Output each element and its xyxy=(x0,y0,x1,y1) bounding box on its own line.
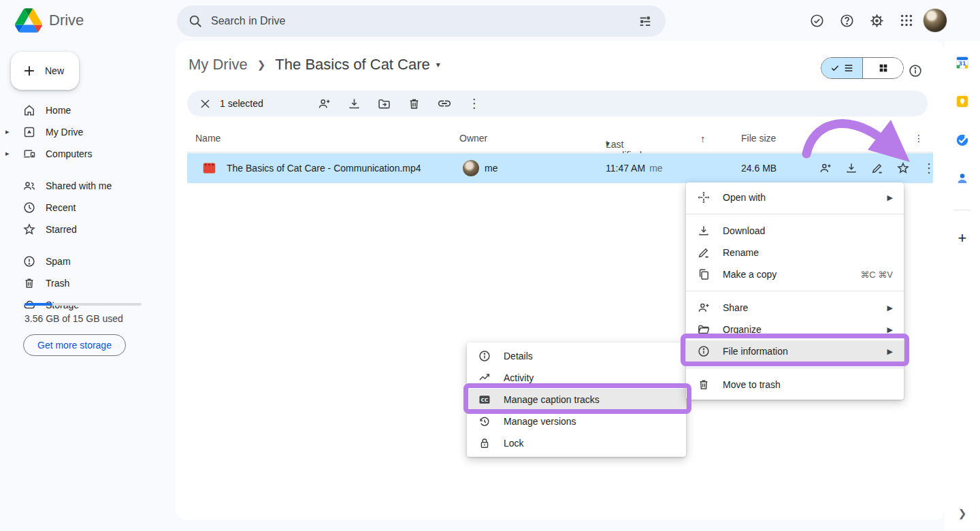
toolbar-more-options-icon[interactable]: ⋮ xyxy=(462,91,487,116)
column-header-owner[interactable]: Owner xyxy=(459,133,487,144)
details-info-icon xyxy=(478,349,491,363)
file-row-selected[interactable]: The Basics of Cat Care - Communication.m… xyxy=(187,153,933,183)
sidebar-item-my-drive[interactable]: ▸ My Drive xyxy=(0,121,176,143)
submenu-arrow-icon: ▶ xyxy=(887,325,893,334)
sidebar-item-spam[interactable]: Spam xyxy=(0,251,176,272)
shortcut-label: ⌘C ⌘V xyxy=(860,270,893,280)
row-star-icon[interactable] xyxy=(891,156,915,180)
move-to-folder-icon[interactable] xyxy=(372,91,397,116)
file-information-submenu: Details Activity CC Manage caption track… xyxy=(467,342,686,457)
menu-item-open-with[interactable]: Open with ▶ xyxy=(686,187,904,208)
download-icon[interactable] xyxy=(342,91,367,116)
file-owner-cell: me xyxy=(463,160,497,176)
google-apps-grid-icon[interactable] xyxy=(893,7,920,34)
search-icon[interactable] xyxy=(188,14,203,29)
tasks-icon[interactable] xyxy=(950,128,975,152)
sidebar-item-label: Computers xyxy=(46,148,92,159)
menu-item-download[interactable]: Download xyxy=(686,220,904,242)
menu-divider xyxy=(686,368,904,368)
shared-with-me-icon xyxy=(22,179,36,193)
sidebar-item-label: My Drive xyxy=(46,127,83,138)
add-apps-plus-icon[interactable]: + xyxy=(950,226,975,251)
sidebar-item-computers[interactable]: ▸ Computers xyxy=(0,143,176,165)
keep-notes-icon[interactable] xyxy=(950,89,975,114)
grid-view-icon xyxy=(878,63,889,74)
trash-icon[interactable] xyxy=(402,91,427,116)
spam-icon xyxy=(22,255,36,268)
sidebar-item-shared-with-me[interactable]: Shared with me xyxy=(0,175,176,197)
lock-icon xyxy=(478,436,491,450)
sidebar-item-starred[interactable]: Starred xyxy=(0,219,176,240)
menu-item-make-a-copy[interactable]: Make a copy ⌘C ⌘V xyxy=(686,263,904,285)
sidebar-item-recent[interactable]: Recent xyxy=(0,197,176,219)
sidebar-item-trash[interactable]: Trash xyxy=(0,272,176,294)
menu-item-lock[interactable]: Lock xyxy=(467,432,686,454)
breadcrumb: My Drive ❯ The Basics of Cat Care ▾ xyxy=(189,56,440,74)
menu-item-file-information[interactable]: File information ▶ xyxy=(686,340,904,362)
modified-by-label: me xyxy=(649,163,662,174)
settings-gear-icon[interactable] xyxy=(863,7,890,34)
collapse-panel-chevron-icon[interactable]: ❯ xyxy=(950,501,975,526)
search-bar[interactable] xyxy=(177,5,666,37)
new-button-label: New xyxy=(45,65,64,76)
help-icon[interactable] xyxy=(833,7,860,34)
column-header-name[interactable]: Name xyxy=(195,133,220,144)
trash-icon xyxy=(697,378,710,391)
file-table-header: Name Owner Last modified ▾ ↑ File size ⋮ xyxy=(187,127,933,152)
menu-item-organize[interactable]: Organize ▶ xyxy=(686,319,904,340)
sidebar-item-label: Recent xyxy=(46,202,76,213)
share-add-person-icon[interactable] xyxy=(312,91,337,116)
menu-item-rename[interactable]: Rename xyxy=(686,242,904,263)
owner-avatar xyxy=(463,160,479,176)
left-sidebar: New Home ▸ My Drive ▸ xyxy=(0,41,176,531)
row-rename-pencil-icon[interactable] xyxy=(865,156,889,180)
menu-item-manage-versions[interactable]: Manage versions xyxy=(467,411,686,432)
menu-item-activity[interactable]: Activity xyxy=(467,367,686,389)
search-options-icon[interactable] xyxy=(632,7,659,35)
menu-item-move-to-trash[interactable]: Move to trash xyxy=(686,374,904,396)
owner-label: me xyxy=(485,163,497,174)
grid-view-button[interactable] xyxy=(862,58,903,78)
breadcrumb-my-drive[interactable]: My Drive xyxy=(189,56,248,74)
open-with-icon xyxy=(697,191,710,204)
row-hover-actions: ⋮ xyxy=(813,156,941,180)
video-file-icon xyxy=(203,163,216,174)
row-download-icon[interactable] xyxy=(839,156,864,180)
expand-chevron-icon[interactable]: ▸ xyxy=(5,149,10,158)
list-view-button[interactable] xyxy=(821,58,862,78)
submenu-arrow-icon: ▶ xyxy=(887,193,893,202)
sidebar-item-home[interactable]: Home xyxy=(0,99,176,121)
search-input[interactable] xyxy=(211,15,632,27)
new-button[interactable]: New xyxy=(11,52,79,90)
menu-item-manage-caption-tracks[interactable]: CC Manage caption tracks xyxy=(467,389,686,411)
row-more-options-icon[interactable]: ⋮ xyxy=(917,156,941,180)
activity-icon xyxy=(478,371,491,385)
topbar-actions xyxy=(803,7,947,34)
menu-item-details[interactable]: Details xyxy=(467,345,686,367)
sort-direction-icon[interactable]: ↑ xyxy=(700,133,706,144)
top-bar: Drive xyxy=(0,0,980,41)
menu-item-share[interactable]: Share ▶ xyxy=(686,297,904,319)
calendar-icon[interactable]: 31 xyxy=(950,50,975,75)
trash-icon xyxy=(22,276,36,290)
clear-selection-icon[interactable] xyxy=(193,91,217,116)
contacts-icon[interactable] xyxy=(950,166,975,191)
star-icon xyxy=(22,223,36,236)
breadcrumb-separator-icon: ❯ xyxy=(257,59,266,71)
header-more-options-icon[interactable]: ⋮ xyxy=(914,133,924,144)
expand-chevron-icon[interactable]: ▸ xyxy=(5,127,10,136)
copy-icon xyxy=(697,268,710,281)
copy-link-icon[interactable] xyxy=(432,91,457,116)
account-avatar[interactable] xyxy=(923,8,947,33)
drive-logo-block[interactable]: Drive xyxy=(15,0,84,41)
list-view-icon xyxy=(843,63,854,74)
offline-status-icon[interactable] xyxy=(803,7,830,34)
organize-folder-icon xyxy=(697,323,710,336)
row-share-icon[interactable] xyxy=(813,156,838,180)
details-info-icon[interactable] xyxy=(902,57,929,84)
get-more-storage-button[interactable]: Get more storage xyxy=(23,334,126,356)
column-header-file-size[interactable]: File size xyxy=(741,133,776,144)
storage-progress-bar xyxy=(24,303,142,306)
breadcrumb-current-folder[interactable]: The Basics of Cat Care ▾ xyxy=(275,56,440,74)
sidebar-nav: Home ▸ My Drive ▸ Computers xyxy=(0,99,176,316)
